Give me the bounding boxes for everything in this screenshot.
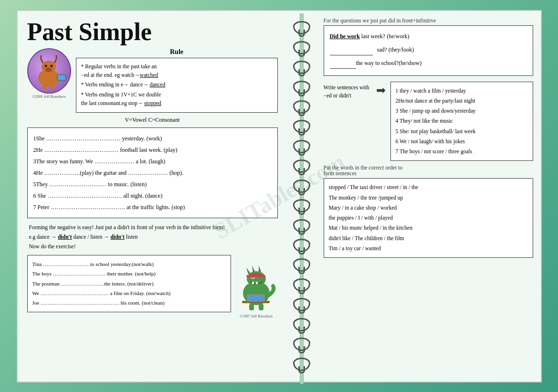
word-order-instruction: Put the words in the correct order tofor… xyxy=(324,165,533,176)
sentences-box: 1 they / watch a film / yesterday 2He/no… xyxy=(390,82,533,161)
vowel-line: V=Vowel C=Consonant xyxy=(27,117,278,124)
neg-item-1: Tina ………………………to school yesterday.(not/w… xyxy=(32,259,226,269)
ring-16 xyxy=(293,318,310,331)
rule-line-1: * Regular verbs in the past take an −ed … xyxy=(81,62,273,80)
rule-content: Rule * Regular verbs in the past take an… xyxy=(76,48,278,113)
neg-instruction: Now do the exercise! xyxy=(29,242,276,252)
ring-9 xyxy=(293,180,310,193)
rule-box: * Regular verbs in the past take an −ed … xyxy=(76,58,278,113)
bull-illustration: ©2000 Jeff Boardiero xyxy=(27,48,71,99)
ring-17 xyxy=(293,338,310,351)
wo-item-5: Mat / his mum/ helped / in the kitchen xyxy=(329,223,528,233)
ring-15 xyxy=(293,298,310,311)
spine xyxy=(287,11,316,381)
ex1-item-4: 4He ……………….(play) the guitar and …………………… xyxy=(33,167,272,179)
ring-11 xyxy=(293,219,310,233)
svg-rect-21 xyxy=(259,304,263,310)
neg-item-4: We ………………………………… a film on Friday. (not/… xyxy=(32,288,226,298)
wo-item-1: stopped / The taxi driver / street / in … xyxy=(329,182,528,192)
rings-container xyxy=(293,13,310,379)
ex1-item-5: 5They ………………………… to music. (listen) xyxy=(33,179,272,190)
exercise1-box: 1She ………………………………… yesterday. (work) 2He… xyxy=(27,127,278,218)
sent-3: 3 She / jump up and down/yesterday xyxy=(396,106,528,116)
ring-4 xyxy=(293,81,310,94)
dino-illustration: ©1997 Jeff Risorhien xyxy=(235,265,278,312)
copyright-left: ©2000 Jeff Boardiero xyxy=(32,95,66,99)
neg-intro: Forming the negative is easy! Just put a… xyxy=(29,223,276,233)
right-panel: For the questions we just put did in fro… xyxy=(316,11,541,381)
ring-5 xyxy=(293,100,310,114)
ring-6 xyxy=(293,120,310,133)
sent-2: 2He/not dance at the party/last night xyxy=(396,96,528,106)
ring-13 xyxy=(293,258,310,272)
wo-item-2: The monkey / the tree /jumped up xyxy=(329,193,528,203)
left-panel: Past Simple xyxy=(18,11,287,381)
ring-18 xyxy=(293,358,310,371)
svg-rect-7 xyxy=(43,85,47,90)
ring-10 xyxy=(293,199,310,212)
neg-item-5: Joe ……………………………………… his room. (not/clean… xyxy=(32,298,226,307)
svg-marker-13 xyxy=(259,265,261,272)
rule-section: ©2000 Jeff Boardiero Rule * Regular verb… xyxy=(27,48,278,113)
word-order-section: Put the words in the correct order tofor… xyxy=(324,165,533,258)
wo-item-3: Mary / in a cake shop / worked xyxy=(329,203,528,213)
neg-item-3: The postman …………………….the letters. (not/d… xyxy=(32,279,226,288)
questions-box: Did he work last week? (he/work) sad? (t… xyxy=(324,25,533,76)
copyright-dino: ©1997 Jeff Risorhien xyxy=(235,314,278,318)
ex1-item-7: 7 Peter ………………………………… at the traffic lig… xyxy=(33,201,272,213)
write-instruction: Write sentences with −ed or didn't xyxy=(324,82,371,100)
svg-rect-8 xyxy=(51,85,54,90)
ring-12 xyxy=(293,239,310,252)
wo-item-4: the puppies / I / with / played xyxy=(329,213,528,223)
write-instruction-text: Write sentences with xyxy=(324,85,369,90)
word-order-box: stopped / The taxi driver / street / in … xyxy=(324,178,533,258)
negative-section: Forming the negative is easy! Just put a… xyxy=(27,223,278,251)
neg-exercise-area: Tina ………………………to school yesterday.(not/w… xyxy=(27,255,278,312)
arrow-right-icon: ➡ xyxy=(376,84,386,97)
ex1-item-3: 3The story was funny. We ………………… a lot. … xyxy=(33,156,272,167)
page-title: Past Simple xyxy=(27,20,278,44)
wo-item-6: didn't like / The children / the film xyxy=(329,233,528,244)
svg-rect-24 xyxy=(248,295,264,301)
dino-svg xyxy=(235,265,278,312)
ex1-item-6: 6 She ………………………………… all night. (dance) xyxy=(33,190,272,201)
neg-item-2: The boys ………………………… their mother. (not/h… xyxy=(32,269,226,278)
neg-example: e.g dance → didn't dance / listen → didn… xyxy=(29,233,276,242)
bull-svg xyxy=(31,52,67,90)
write-sentences-section: Write sentences with −ed or didn't ➡ 1 t… xyxy=(324,82,533,161)
questions-section: For the questions we just put did in fro… xyxy=(324,18,533,78)
rule-line-2: * Verbs ending in e→ dance→ danced xyxy=(81,80,273,89)
sent-5: 5 She/ not play basketball/ last week xyxy=(396,127,528,137)
sent-7: 7 The boys / not score / three goals xyxy=(396,147,528,157)
rule-label: Rule xyxy=(76,48,278,56)
svg-point-3 xyxy=(51,65,53,67)
ring-3 xyxy=(293,61,310,74)
ring-14 xyxy=(293,278,310,292)
q-line-1: Did he work last week? (he/work) xyxy=(330,31,527,42)
ring-2 xyxy=(293,41,310,54)
sent-4: 4 They/ not like the music xyxy=(396,116,528,126)
svg-rect-17 xyxy=(256,282,258,284)
question-instruction: For the questions we just put did in fro… xyxy=(324,18,533,23)
wo-item-7: Tim / a toy car / wanted xyxy=(329,244,528,254)
rule-line-3: * Verbs ending in 1V+1C we double the la… xyxy=(81,90,273,108)
neg-exercise-box: Tina ………………………to school yesterday.(not/w… xyxy=(27,255,231,312)
sent-6: 6 We / not laugh/ with his jokes xyxy=(396,137,528,147)
svg-marker-11 xyxy=(246,267,250,274)
q-line-3: the way to school?(he/show) xyxy=(330,57,527,69)
svg-point-4 xyxy=(45,67,52,72)
ring-1 xyxy=(293,21,310,34)
ring-8 xyxy=(293,159,310,173)
write-instruction-sub: −ed or didn't xyxy=(324,93,351,98)
svg-marker-12 xyxy=(252,265,255,272)
worksheet: Past Simple xyxy=(17,10,542,382)
svg-point-2 xyxy=(45,65,47,67)
ex1-item-2: 2He ………………………………… football last week. (p… xyxy=(33,144,272,156)
svg-rect-19 xyxy=(246,275,265,277)
sent-1: 1 they / watch a film / yesterday xyxy=(396,86,528,96)
ex1-item-1: 1She ………………………………… yesterday. (work) xyxy=(33,133,272,144)
svg-rect-16 xyxy=(252,282,254,284)
ring-7 xyxy=(293,140,310,153)
svg-rect-20 xyxy=(249,304,254,310)
svg-rect-6 xyxy=(58,75,65,80)
